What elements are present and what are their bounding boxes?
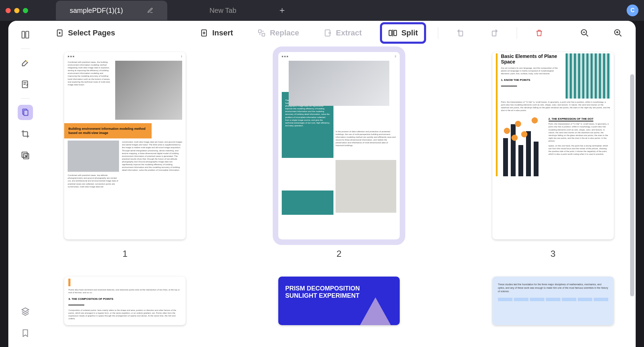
minimize-window-button[interactable]	[14, 8, 19, 13]
sidebar-item-crop[interactable]	[18, 126, 33, 142]
replace-icon	[257, 29, 266, 37]
tab-title: samplePDF(1)(1)	[70, 7, 123, 15]
insert-label: Insert	[212, 28, 233, 37]
thumb-text: Point, the interpretation of "Ci Hai" is…	[549, 122, 610, 142]
avatar-initial: C	[630, 7, 635, 14]
sidebar-item-thumbnails[interactable]	[18, 27, 33, 42]
thumb-illustration	[358, 297, 393, 325]
select-pages-label: Select Pages	[68, 28, 115, 37]
thumb-text: These studies laid the foundation for th…	[498, 283, 608, 293]
page-number: 3	[550, 248, 555, 259]
rotate-left-button[interactable]	[450, 24, 472, 42]
sidebar-item-page-edit[interactable]	[18, 105, 33, 120]
thumb-illustration	[501, 114, 546, 176]
svg-rect-10	[262, 33, 265, 36]
thumb-header-num: 2	[395, 55, 396, 58]
svg-rect-1	[26, 31, 29, 38]
thumb-text: In the process of data collection and pr…	[336, 106, 396, 158]
svg-rect-14	[459, 31, 463, 36]
thumb-image	[115, 61, 182, 120]
thumb-subheading: 2. THE EXPRESSION OF THE DOT	[549, 117, 610, 120]
thumb-text: Any art contains its own language, and t…	[501, 67, 563, 75]
svg-rect-4	[24, 110, 28, 116]
thumb-block	[282, 191, 333, 215]
toolbar: Select Pages Insert Replace Extract	[42, 21, 636, 45]
thumb-image	[566, 53, 610, 99]
svg-rect-12	[389, 30, 392, 35]
thumb-image	[289, 61, 389, 106]
svg-rect-15	[492, 31, 496, 36]
thumb-text: Combined with practical cases, low-altit…	[68, 174, 119, 188]
thumb-text	[122, 174, 182, 188]
extract-icon	[323, 29, 332, 37]
thumb-text: Composition of ordered points: here main…	[68, 309, 181, 320]
select-pages-button[interactable]: Select Pages	[49, 24, 121, 42]
vertical-scrollbar[interactable]	[630, 71, 634, 335]
thumb-text: space, on the one hand, the point has a …	[549, 144, 610, 155]
separator-icon	[517, 27, 517, 39]
content-area: Select Pages Insert Replace Extract	[42, 21, 636, 347]
page-grid: ■ ■ ■1 Combined with practical cases, th…	[42, 45, 636, 347]
sidebar-item-highlight[interactable]	[18, 55, 33, 70]
thumb-illustration	[498, 298, 608, 301]
main-window: Select Pages Insert Replace Extract	[8, 21, 636, 347]
split-button[interactable]: Split	[380, 22, 426, 44]
tab-new[interactable]: New Tab	[167, 1, 278, 20]
thumb-heading: Basic Elements of Plane Space	[501, 53, 563, 65]
delete-button[interactable]	[529, 25, 550, 41]
scrollbar-thumb[interactable]	[630, 74, 634, 296]
extract-button[interactable]: Extract	[317, 24, 368, 42]
thumb-image	[68, 141, 119, 172]
split-icon	[388, 28, 397, 37]
page-thumb-6[interactable]: These studies laid the foundation for th…	[481, 277, 625, 325]
zoom-out-button[interactable]	[574, 24, 595, 42]
tab-active[interactable]: samplePDF(1)(1)	[56, 1, 167, 20]
page-number: 1	[122, 248, 127, 259]
page-thumb-3[interactable]: Basic Elements of Plane Space Any art co…	[481, 52, 625, 259]
maximize-window-button[interactable]	[23, 8, 28, 13]
replace-label: Replace	[270, 28, 299, 37]
insert-button[interactable]: Insert	[194, 24, 239, 42]
rotate-right-button[interactable]	[483, 24, 505, 42]
thumb-text: Point, the interpretation of "Ci Hai" is…	[501, 101, 610, 112]
page-thumb-2[interactable]: ■ ■ ■2 The practical results show that: …	[267, 52, 412, 259]
split-label: Split	[401, 28, 418, 37]
accent-bar	[496, 53, 498, 176]
pencil-icon[interactable]	[147, 7, 153, 14]
page-thumb-5[interactable]: PRISM DECOMPOSITION SUNLIGHT EXPERIMENT	[267, 277, 412, 325]
accent-bar	[68, 279, 70, 286]
avatar[interactable]: C	[627, 5, 638, 16]
sidebar-item-layers[interactable]	[18, 304, 33, 319]
zoom-in-button[interactable]	[607, 24, 629, 42]
thumb-text: Combined with practical cases, the build…	[68, 61, 112, 120]
page-thumb-4[interactable]: Points also have dominant and recessive …	[53, 277, 197, 325]
titlebar: samplePDF(1)(1) New Tab C	[0, 0, 644, 21]
divider-icon	[21, 49, 30, 49]
svg-rect-13	[394, 30, 397, 35]
extract-label: Extract	[336, 28, 362, 37]
window-controls	[6, 8, 28, 13]
add-tab-button[interactable]	[278, 7, 286, 14]
thumb-image	[336, 160, 396, 213]
sidebar-item-redact[interactable]	[18, 148, 33, 163]
tab-new-label: New Tab	[210, 7, 236, 15]
select-pages-icon	[56, 29, 64, 37]
page-thumb-1[interactable]: ■ ■ ■1 Combined with practical cases, th…	[53, 52, 197, 259]
divider-icon	[21, 98, 30, 99]
svg-rect-9	[259, 30, 261, 33]
sidebar	[8, 21, 42, 347]
separator-icon	[438, 27, 438, 39]
sidebar-item-annotate[interactable]	[18, 77, 33, 92]
svg-rect-0	[22, 31, 25, 38]
thumb-subheading: 1. KNOW THE POINTS	[501, 78, 563, 82]
thumb-subheading: 3. THE COMPOSITION OF POINTS	[68, 297, 181, 301]
insert-icon	[200, 29, 208, 37]
replace-button[interactable]: Replace	[251, 24, 305, 42]
thumb-text: constructed, multi-view image data are f…	[122, 141, 182, 172]
sidebar-item-bookmark[interactable]	[18, 325, 33, 341]
page-number: 2	[337, 248, 341, 259]
close-window-button[interactable]	[6, 8, 11, 13]
thumb-header-num: 1	[181, 55, 182, 58]
thumb-text: Points also have dominant and recessive …	[68, 288, 181, 294]
thumb-heading: Building environment information modelin…	[64, 123, 152, 138]
